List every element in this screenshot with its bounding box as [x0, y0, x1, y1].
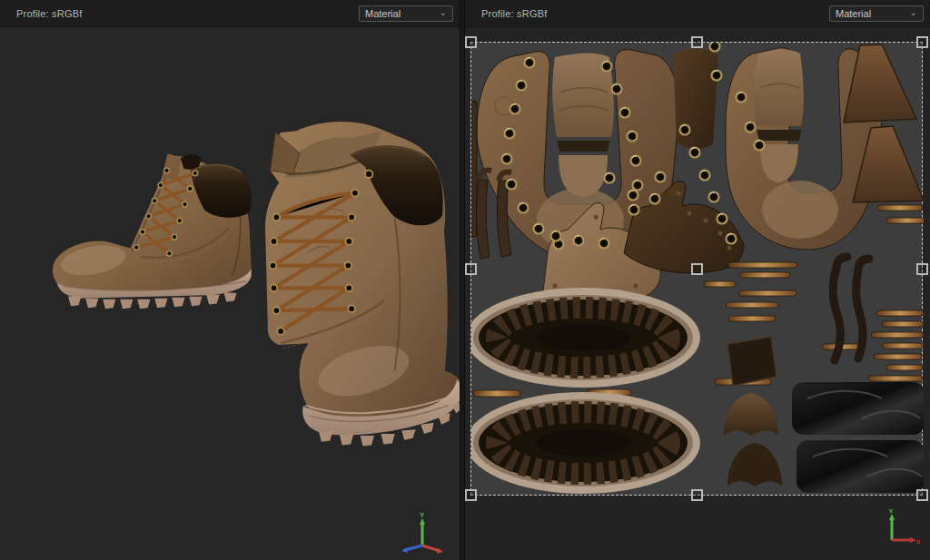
uv-island-sole-bottom[interactable]	[471, 392, 700, 494]
uv-island-heel-counter[interactable]	[727, 337, 777, 386]
uv-axis-u-label: u	[916, 538, 920, 545]
uv-editor-panel: Profile: sRGBf Material ⌄	[465, 0, 930, 560]
channel-dropdown[interactable]: Material ⌄	[359, 5, 453, 22]
viewport-3d-panel: Profile: sRGBf Material ⌄	[0, 0, 460, 560]
chevron-down-icon: ⌄	[440, 8, 447, 17]
uv-handle-bottom-left[interactable]	[465, 489, 477, 501]
uv-handle-bottom-right[interactable]	[916, 489, 928, 501]
uv-island-toe-cap-2[interactable]	[727, 443, 782, 486]
uv-handle-center[interactable]	[691, 263, 703, 275]
uv-handle-bottom-middle[interactable]	[691, 489, 703, 501]
channel-dropdown-value: Material	[836, 8, 871, 19]
viewport-3d-header: Profile: sRGBf Material ⌄	[0, 0, 460, 27]
profile-label: Profile: sRGBf	[481, 8, 548, 19]
uv-handle-top-right[interactable]	[916, 36, 928, 48]
uv-handle-middle-right[interactable]	[916, 263, 928, 275]
boots-3d-render	[0, 27, 460, 560]
channel-dropdown-value: Material	[365, 8, 401, 19]
boot-front[interactable]	[265, 122, 460, 446]
uv-island-sole-top[interactable]	[471, 288, 700, 388]
uv-handle-middle-left[interactable]	[465, 263, 477, 275]
axis-gizmo-uv: v u	[881, 507, 921, 547]
uv-island-collar-pad-2[interactable]	[796, 440, 924, 493]
chevron-down-icon: ⌄	[910, 8, 917, 17]
boot-back[interactable]	[53, 153, 252, 309]
uv-viewport[interactable]: v u	[465, 27, 930, 560]
uv-island-gusset[interactable]	[673, 48, 718, 149]
uv-editor-header: Profile: sRGBf Material ⌄	[465, 0, 930, 27]
uv-island-toe-cap-1[interactable]	[724, 393, 778, 436]
uv-handle-top-left[interactable]	[465, 36, 477, 48]
uv-selection-frame[interactable]	[470, 42, 923, 496]
viewport-3d[interactable]: Y	[0, 27, 460, 560]
uv-handle-top-middle[interactable]	[691, 36, 703, 48]
uv-island-collar-pad-1[interactable]	[792, 382, 924, 435]
channel-dropdown[interactable]: Material ⌄	[829, 5, 924, 22]
uv-axis-v-label: v	[889, 507, 893, 514]
axis-gizmo-3d: Y	[398, 511, 449, 555]
profile-label: Profile: sRGBf	[16, 8, 83, 19]
texture-paint-window: Profile: sRGBf Material ⌄	[0, 0, 930, 560]
axis-y-label: Y	[420, 511, 425, 519]
